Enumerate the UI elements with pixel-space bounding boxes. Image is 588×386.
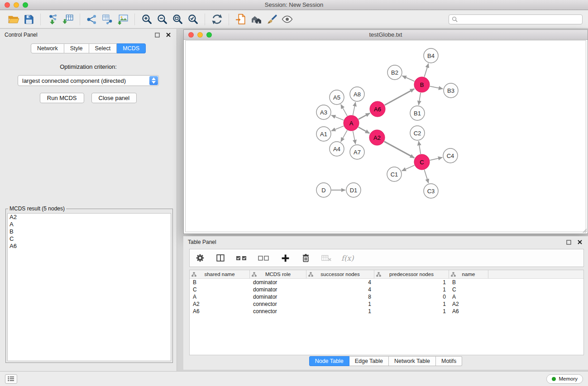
run-mcds-button[interactable]: Run MCDS (40, 93, 84, 103)
zoom-in-button[interactable] (139, 12, 154, 27)
network-edge[interactable] (359, 113, 370, 119)
network-node-C4[interactable]: C4 (443, 148, 458, 163)
table-options-button[interactable] (194, 251, 206, 265)
network-edge[interactable] (430, 86, 443, 89)
table-row[interactable]: Bdominator41B (190, 279, 583, 286)
column-header[interactable]: predecessor nodes (374, 270, 449, 278)
network-edge[interactable] (424, 170, 428, 183)
network-node-A4[interactable]: A4 (330, 142, 344, 156)
network-node-A5[interactable]: A5 (330, 90, 344, 105)
column-header[interactable]: name (449, 270, 488, 278)
search-input[interactable] (460, 16, 579, 23)
network-edge[interactable] (341, 105, 347, 116)
tab-network-table[interactable]: Network Table (389, 356, 436, 366)
toolbar-search[interactable] (449, 14, 583, 24)
tab-node-table[interactable]: Node Table (309, 356, 349, 366)
tab-motifs[interactable]: Motifs (436, 356, 462, 366)
maximize-network-window-button[interactable] (206, 32, 212, 38)
network-canvas[interactable]: B4B2BB3A8A5A6A3B1AC2A1A2A4A7C4CC1C3DD1 (185, 40, 586, 232)
zoom-fit-button[interactable] (170, 12, 185, 27)
new-table-button[interactable] (100, 12, 115, 27)
table-row[interactable]: A6connector11A6 (190, 308, 583, 315)
network-edge[interactable] (359, 127, 370, 133)
network-node-C3[interactable]: C3 (424, 184, 438, 198)
result-item[interactable]: A6 (8, 243, 171, 250)
close-panel-button[interactable] (164, 31, 172, 39)
network-node-A7[interactable]: A7 (350, 145, 364, 159)
network-node-A3[interactable]: A3 (316, 105, 331, 119)
close-table-panel-button[interactable] (576, 238, 583, 246)
column-header[interactable]: MCDS role (250, 270, 306, 278)
network-edge[interactable] (430, 157, 443, 160)
delete-table-button[interactable] (320, 251, 333, 265)
new-network-button[interactable] (84, 12, 100, 27)
table-row[interactable]: Adominator80A (190, 293, 583, 300)
float-panel-button[interactable] (153, 31, 161, 39)
zoom-out-button[interactable] (154, 12, 170, 27)
apply-style-button[interactable] (264, 12, 279, 27)
tab-edge-table[interactable]: Edge Table (349, 356, 389, 366)
maximize-window-button[interactable] (23, 2, 28, 8)
network-edge[interactable] (419, 141, 421, 154)
network-edge[interactable] (402, 76, 414, 81)
tab-style[interactable]: Style (64, 43, 89, 53)
column-header[interactable]: successor nodes (306, 270, 374, 278)
network-node-C[interactable]: C (414, 154, 430, 170)
network-node-A1[interactable]: A1 (316, 127, 331, 141)
network-edge[interactable] (419, 93, 421, 105)
apply-layout-button[interactable] (209, 12, 225, 27)
network-node-B4[interactable]: B4 (424, 48, 438, 63)
network-node-B2[interactable]: B2 (387, 65, 402, 80)
network-node-C2[interactable]: C2 (410, 126, 425, 140)
export-image-button[interactable] (115, 12, 130, 27)
result-item[interactable]: B (8, 228, 171, 235)
mcds-result-list[interactable]: A2ABCA6 (7, 213, 171, 361)
network-node-D[interactable]: D (316, 183, 331, 197)
import-table-button[interactable] (60, 12, 76, 27)
network-node-B3[interactable]: B3 (444, 83, 458, 98)
network-edge[interactable] (353, 131, 356, 144)
network-window-titlebar[interactable]: testGlobe.txt (184, 30, 588, 40)
network-edge[interactable] (331, 126, 344, 131)
network-node-C1[interactable]: C1 (387, 167, 402, 181)
close-panel-action-button[interactable]: Close panel (91, 93, 137, 103)
network-node-A2[interactable]: A2 (369, 130, 385, 145)
export-document-button[interactable] (233, 12, 249, 27)
tab-network[interactable]: Network (31, 43, 64, 53)
show-columns-button[interactable] (215, 251, 226, 265)
network-node-A[interactable]: A (344, 115, 359, 131)
close-window-button[interactable] (5, 2, 10, 8)
delete-column-button[interactable] (300, 251, 311, 265)
save-session-button[interactable] (21, 12, 36, 27)
select-all-button[interactable] (235, 251, 249, 265)
network-edge[interactable] (384, 142, 415, 158)
float-table-panel-button[interactable] (565, 238, 573, 246)
minimize-window-button[interactable] (14, 2, 19, 8)
network-edge[interactable] (402, 165, 415, 171)
network-edge[interactable] (331, 115, 344, 120)
column-header[interactable]: shared name (190, 270, 250, 278)
table-row[interactable]: A2connector11A2 (190, 300, 583, 308)
network-edge[interactable] (353, 102, 356, 115)
tab-mcds[interactable]: MCDS (117, 43, 146, 53)
create-column-button[interactable] (279, 251, 291, 265)
result-item[interactable]: A2 (8, 214, 171, 221)
network-node-D1[interactable]: D1 (346, 183, 361, 197)
resize-handle-icon[interactable] (581, 227, 587, 233)
tab-select[interactable]: Select (89, 43, 117, 53)
table-row[interactable]: Cdominator41C (190, 286, 583, 293)
network-node-A6[interactable]: A6 (370, 101, 385, 117)
zoom-selected-button[interactable] (185, 12, 201, 27)
memory-button[interactable]: Memory (546, 374, 583, 384)
network-edge[interactable] (385, 89, 415, 105)
network-edge[interactable] (424, 63, 428, 77)
minimize-network-window-button[interactable] (197, 32, 203, 38)
show-hide-button[interactable] (279, 12, 295, 27)
network-edge[interactable] (341, 130, 347, 142)
task-history-button[interactable] (5, 374, 17, 384)
deselect-all-button[interactable] (257, 251, 271, 265)
network-node-A8[interactable]: A8 (350, 87, 364, 101)
close-network-window-button[interactable] (188, 32, 194, 38)
result-item[interactable]: C (8, 235, 171, 243)
import-network-button[interactable] (45, 12, 60, 27)
